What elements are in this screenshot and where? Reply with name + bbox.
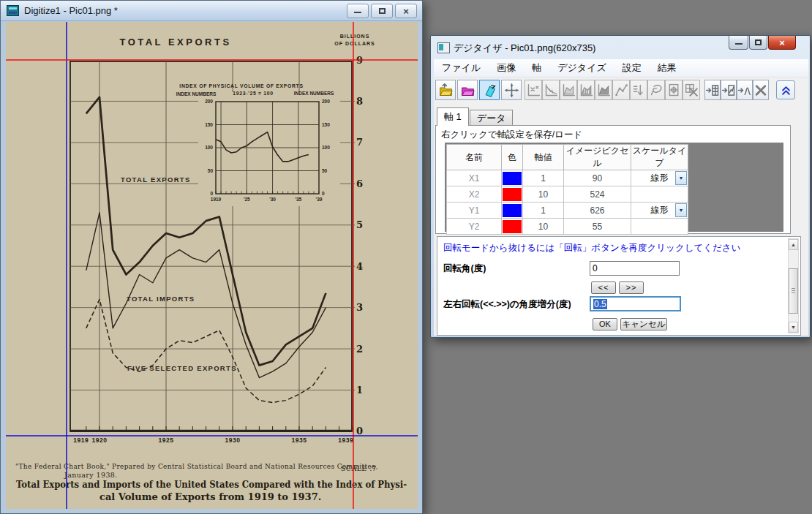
- image-pixel-cell[interactable]: 55: [564, 219, 631, 235]
- polyline-tool-button[interactable]: [612, 80, 630, 100]
- point-pick-icon: [526, 83, 541, 98]
- scroll-down-button[interactable]: ▼: [789, 322, 798, 333]
- axis-value-cell[interactable]: 10: [523, 186, 564, 203]
- cancel-button[interactable]: キャンセル: [620, 318, 667, 330]
- left-minimize-button[interactable]: [347, 4, 369, 18]
- svg-text:150: 150: [205, 122, 213, 127]
- grid-remove-tool-button[interactable]: [683, 80, 700, 100]
- svg-text:6: 6: [356, 178, 363, 189]
- right-close-button[interactable]: ×: [768, 36, 796, 50]
- rotation-scrollbar[interactable]: ▲ ▼: [788, 238, 799, 333]
- caption-line1: Total Exports and Imports of the United …: [16, 479, 407, 490]
- right-maximize-button[interactable]: [749, 36, 767, 50]
- scroll-thumb[interactable]: [789, 268, 798, 314]
- bar-trace-tool-button[interactable]: [577, 80, 595, 100]
- menu-file[interactable]: ファイル: [434, 59, 489, 77]
- x1-color-swatch[interactable]: [503, 172, 522, 185]
- scale-type-dropdown[interactable]: ▼: [675, 171, 687, 185]
- menu-results[interactable]: 結果: [650, 59, 685, 77]
- bar-trace-icon: [579, 83, 594, 98]
- ok-button[interactable]: OK: [593, 318, 617, 330]
- scale-type-dropdown[interactable]: ▼: [675, 203, 687, 217]
- x2-color-swatch[interactable]: [503, 188, 522, 201]
- axis-value-cell[interactable]: 1: [523, 170, 564, 186]
- polyline-icon: [614, 83, 629, 98]
- axis-value-cell[interactable]: 1: [523, 203, 564, 219]
- rotate-left-button[interactable]: <<: [591, 281, 616, 294]
- svg-text:200: 200: [205, 99, 213, 104]
- digitizer-window: デジタイザ - Pic01.png(620x735) × ファイル 画像 軸 デ…: [430, 35, 811, 338]
- menu-image[interactable]: 画像: [489, 59, 524, 77]
- source-note-line1: "The Federal Chart Book," Prepared by Ce…: [15, 462, 378, 470]
- image-window-icon: [7, 5, 19, 16]
- menu-axis[interactable]: 軸: [524, 59, 549, 77]
- scale-type-cell[interactable]: 線形▼: [631, 170, 688, 186]
- left-close-button[interactable]: ×: [395, 4, 417, 18]
- lasso-erase-tool-button[interactable]: [647, 80, 665, 100]
- curve-trace-icon: [544, 83, 559, 98]
- menu-digitize[interactable]: デジタイズ: [549, 59, 614, 77]
- axis-settings-panel: 右クリックで軸設定を保存/ロード 名前 色 軸値 イメージピクセル スケールタイ…: [435, 125, 791, 234]
- y2-color-swatch[interactable]: [503, 220, 522, 233]
- scroll-up-button[interactable]: ▲: [789, 239, 798, 250]
- open-folder-icon: [438, 83, 454, 98]
- svg-text:100: 100: [205, 145, 213, 150]
- rotation-angle-input[interactable]: 0: [590, 261, 680, 276]
- close-icon: ×: [403, 7, 409, 16]
- export-to-curve-button[interactable]: [737, 80, 753, 100]
- left-window-titlebar[interactable]: Digitize1 - Pic01.png * ×: [1, 1, 422, 21]
- scale-type-cell[interactable]: [631, 186, 688, 203]
- tab-axis1[interactable]: 軸 1: [437, 107, 469, 126]
- page-target-icon: [666, 83, 682, 98]
- minimize-icon: [354, 9, 361, 13]
- axis-value-cell[interactable]: 10: [523, 219, 564, 235]
- filled-trace-tool-button[interactable]: [595, 80, 612, 100]
- right-window-titlebar[interactable]: デジタイザ - Pic01.png(620x735) ×: [431, 36, 810, 59]
- right-minimize-button[interactable]: [729, 36, 748, 50]
- y1-color-swatch[interactable]: [503, 204, 522, 217]
- axis-settings-button[interactable]: [501, 80, 522, 100]
- collapse-panel-button[interactable]: [776, 80, 795, 99]
- svg-text:1919: 1919: [211, 197, 222, 202]
- rotate-mode-button[interactable]: [479, 80, 500, 100]
- rotation-step-input[interactable]: 0.5: [590, 296, 681, 311]
- area-trace-tool-button[interactable]: [560, 80, 577, 100]
- svg-text:2: 2: [356, 344, 363, 355]
- rotate-right-button[interactable]: >>: [619, 281, 644, 294]
- row-name: Y2: [447, 219, 502, 235]
- menu-bar: ファイル 画像 軸 デジタイズ 設定 結果: [434, 59, 808, 78]
- image-pixel-cell[interactable]: 626: [564, 203, 631, 219]
- axis-table-header: 名前 色 軸値 イメージピクセル スケールタイプ: [447, 145, 688, 170]
- image-pixel-cell[interactable]: 524: [564, 186, 631, 203]
- export-to-graph-button[interactable]: [721, 80, 737, 100]
- scale-type-cell[interactable]: 線形▼: [631, 203, 688, 219]
- menu-settings[interactable]: 設定: [614, 59, 650, 77]
- table-row-x1: X1 1 90 線形▼: [447, 170, 688, 186]
- close-icon: ×: [779, 38, 785, 48]
- open-image-button[interactable]: [435, 80, 456, 100]
- source-note-line2: January 1938.: [64, 471, 118, 479]
- delete-x-icon: [753, 83, 768, 98]
- point-pick-tool-button[interactable]: [525, 80, 542, 100]
- image-pixel-cell[interactable]: 90: [564, 170, 631, 186]
- color-swatch-cell[interactable]: [502, 170, 523, 186]
- export-to-table-button[interactable]: [704, 80, 721, 100]
- open-project-button[interactable]: [457, 80, 478, 100]
- scan-image-canvas[interactable]: 0123456789191919201925193019351939 20020…: [6, 22, 418, 509]
- page-locate-tool-button[interactable]: [665, 80, 683, 100]
- sort-points-tool-button[interactable]: [630, 80, 647, 100]
- export-graph-icon: [721, 83, 736, 98]
- rotation-angle-label: 回転角(度): [443, 262, 486, 275]
- inset-ylabel-right: INDEX NUMBERS: [294, 91, 334, 96]
- curve-trace-tool-button[interactable]: [542, 80, 560, 100]
- color-swatch-cell[interactable]: [502, 186, 523, 203]
- svg-text:1920: 1920: [92, 436, 108, 444]
- scale-note: SCALE .7: [341, 464, 377, 472]
- color-swatch-cell[interactable]: [502, 203, 523, 219]
- clear-data-button[interactable]: [753, 80, 769, 100]
- left-maximize-button[interactable]: [371, 4, 393, 18]
- tab-data[interactable]: データ: [470, 110, 514, 126]
- color-swatch-cell[interactable]: [502, 219, 523, 235]
- scale-type-cell[interactable]: [631, 219, 688, 235]
- col-header-scaletype: スケールタイプ: [631, 145, 688, 170]
